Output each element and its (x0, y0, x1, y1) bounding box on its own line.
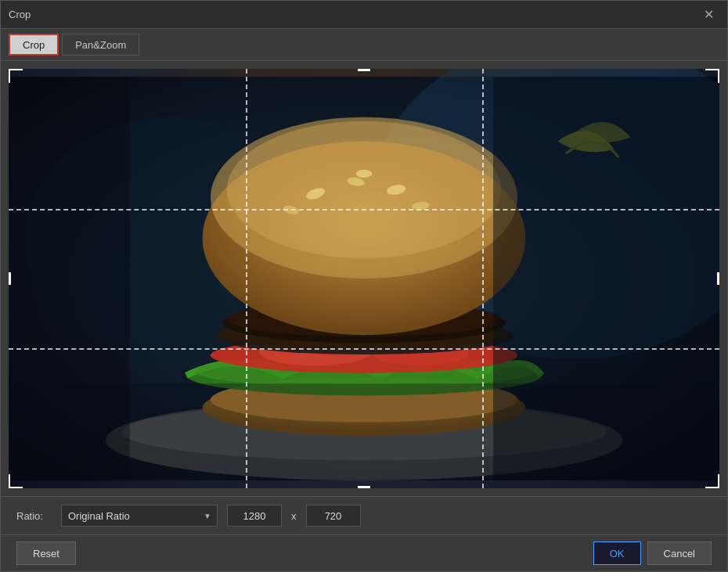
title-bar: Crop ✕ (1, 1, 727, 29)
dimension-separator: x (291, 510, 297, 522)
action-buttons: OK Cancel (593, 541, 712, 565)
width-input[interactable] (227, 505, 282, 527)
image-area (9, 69, 719, 488)
footer-bar: Reset OK Cancel (1, 534, 727, 571)
tabs-bar: Crop Pan&Zoom (1, 29, 727, 61)
burger-image (9, 69, 719, 488)
ok-button[interactable]: OK (593, 541, 641, 565)
crop-dialog: Crop ✕ Crop Pan&Zoom (0, 0, 728, 572)
close-button[interactable]: ✕ (697, 4, 719, 26)
svg-rect-27 (9, 383, 719, 480)
svg-point-24 (356, 170, 373, 178)
tab-crop[interactable]: Crop (9, 34, 59, 56)
ratio-label: Ratio: (16, 510, 52, 522)
ratio-select[interactable]: Original Ratio 16:9 4:3 1:1 9:16 Custom (61, 505, 218, 527)
cancel-button[interactable]: Cancel (647, 541, 712, 565)
tab-panzoom[interactable]: Pan&Zoom (62, 34, 139, 56)
height-input[interactable] (306, 505, 361, 527)
reset-button[interactable]: Reset (16, 541, 76, 565)
dialog-title: Crop (9, 9, 31, 20)
burger-svg (9, 69, 719, 488)
svg-point-18 (227, 121, 502, 258)
bottom-controls: Ratio: Original Ratio 16:9 4:3 1:1 9:16 … (1, 496, 727, 534)
ratio-select-wrapper: Original Ratio 16:9 4:3 1:1 9:16 Custom (61, 505, 218, 527)
